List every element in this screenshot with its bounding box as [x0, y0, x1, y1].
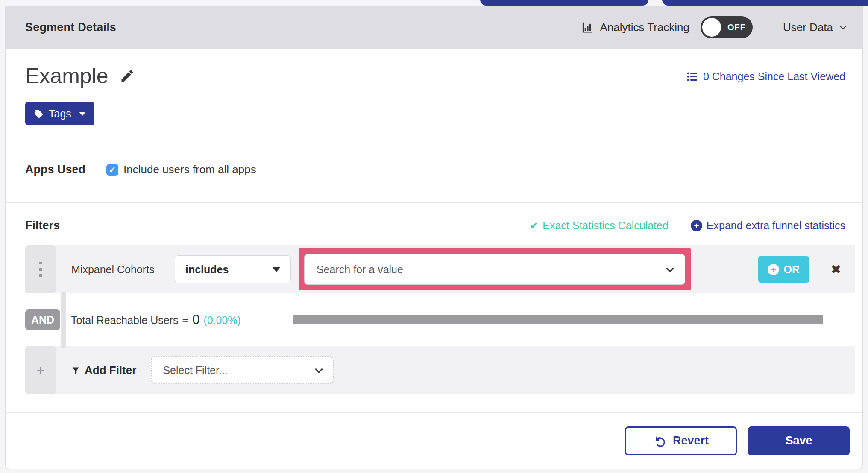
reachable-value: 0: [192, 312, 199, 327]
operator-select[interactable]: includes: [175, 255, 291, 283]
value-search-select[interactable]: Search for a value: [304, 254, 685, 285]
drag-handle[interactable]: [25, 245, 56, 293]
toggle-state-label: OFF: [727, 23, 746, 32]
include-all-apps-label: Include users from all apps: [123, 163, 256, 176]
select-filter-placeholder: Select Filter...: [163, 364, 227, 377]
changes-link-label: 0 Changes Since Last Viewed: [703, 70, 845, 83]
revert-button-label: Revert: [673, 434, 709, 447]
operator-value: includes: [185, 263, 229, 276]
add-filter-gutter[interactable]: +: [25, 346, 56, 394]
bar-chart-icon: [581, 21, 594, 34]
page-title: Segment Details: [25, 21, 116, 34]
and-badge: AND: [25, 309, 60, 330]
segment-details-page: Segment Details Analytics Tracking OFF: [0, 0, 868, 473]
summary-divider: [276, 299, 276, 340]
total-reachable-users: Total Reachable Users = 0 (0.00%): [71, 312, 241, 327]
apps-used-section: Apps Used ✓ Include users from all apps: [6, 137, 862, 202]
tag-icon: [34, 109, 44, 119]
tags-button-label: Tags: [49, 108, 71, 120]
tags-button[interactable]: Tags: [25, 102, 94, 125]
include-all-apps-checkbox[interactable]: ✓: [106, 164, 118, 176]
expand-link-label: Expand extra funnel statistics: [707, 219, 845, 232]
card-header: Segment Details Analytics Tracking OFF: [6, 6, 862, 49]
save-button-label: Save: [785, 434, 812, 447]
value-placeholder: Search for a value: [317, 263, 403, 276]
list-icon: [686, 71, 698, 82]
changes-since-last-viewed-link[interactable]: 0 Changes Since Last Viewed: [686, 70, 845, 83]
plus-icon: +: [37, 363, 45, 377]
chevron-down-icon: [666, 264, 674, 272]
reachable-equals: =: [182, 314, 189, 327]
save-button[interactable]: Save: [748, 426, 850, 455]
group-connector-line: [61, 292, 66, 348]
remove-filter-icon[interactable]: ✖: [831, 262, 841, 277]
chevron-down-icon: [840, 23, 847, 29]
footer-actions: Revert Save: [6, 413, 862, 469]
cutoff-button-left[interactable]: [480, 0, 648, 6]
plus-circle-icon: +: [691, 220, 702, 231]
add-or-condition-button[interactable]: + OR: [758, 256, 809, 283]
add-filter-row: + Add Filter Select Filter..: [25, 346, 855, 394]
checkmark-icon: ✓: [109, 165, 116, 175]
edit-pencil-icon[interactable]: [120, 68, 135, 84]
analytics-tracking-label: Analytics Tracking: [600, 21, 689, 34]
caret-down-icon: [273, 267, 280, 272]
apps-used-label: Apps Used: [25, 163, 106, 176]
title-section: Example 0 Changes Since Last View: [6, 49, 862, 137]
add-filter-row-body: Add Filter Select Filter...: [56, 346, 855, 394]
add-filter-label: Add Filter: [85, 364, 136, 377]
funnel-icon: [71, 365, 80, 375]
filter-group: Mixpanel Cohorts includes Search for a v…: [25, 245, 855, 394]
reachable-label: Total Reachable Users: [71, 314, 179, 327]
filter-field-label: Mixpanel Cohorts: [71, 263, 175, 276]
filters-header-row: Filters ✔ Exact Statistics Calculated + …: [25, 219, 845, 232]
undo-icon: [653, 435, 666, 447]
chevron-down-icon: [315, 365, 323, 373]
toggle-knob: [702, 18, 721, 37]
filter-row-body: Mixpanel Cohorts includes Search for a v…: [56, 245, 855, 293]
analytics-tracking-group: Analytics Tracking OFF: [567, 16, 768, 38]
filter-row: Mixpanel Cohorts includes Search for a v…: [25, 245, 855, 293]
analytics-tracking-toggle[interactable]: OFF: [701, 16, 753, 38]
user-data-label: User Data: [783, 21, 833, 34]
segment-details-card: Segment Details Analytics Tracking OFF: [5, 6, 863, 469]
or-button-label: OR: [783, 263, 800, 276]
check-icon: ✔: [530, 220, 538, 232]
drag-dots-icon: [39, 262, 42, 277]
exact-statistics-label: Exact Statistics Calculated: [542, 219, 669, 232]
value-select-highlight: Search for a value: [299, 248, 691, 290]
expand-funnel-statistics-link[interactable]: + Expand extra funnel statistics: [691, 219, 845, 232]
select-filter-dropdown[interactable]: Select Filter...: [151, 356, 334, 384]
filter-summary-row: AND Total Reachable Users = 0 (0.00%): [25, 293, 855, 346]
exact-statistics-status: ✔ Exact Statistics Calculated: [530, 219, 669, 232]
segment-name: Example: [25, 64, 108, 88]
segment-name-row: Example: [25, 64, 135, 88]
cutoff-button-right[interactable]: [662, 0, 868, 6]
add-filter-label-group: Add Filter: [71, 364, 136, 377]
revert-button[interactable]: Revert: [625, 426, 737, 455]
reachable-users-bar: [293, 315, 823, 324]
filters-title: Filters: [25, 219, 60, 232]
filters-section: Filters ✔ Exact Statistics Calculated + …: [6, 203, 862, 412]
plus-circle-icon: +: [768, 264, 779, 275]
user-data-dropdown[interactable]: User Data: [768, 21, 862, 34]
caret-down-icon: [79, 112, 86, 116]
reachable-percent: (0.00%): [203, 314, 241, 327]
